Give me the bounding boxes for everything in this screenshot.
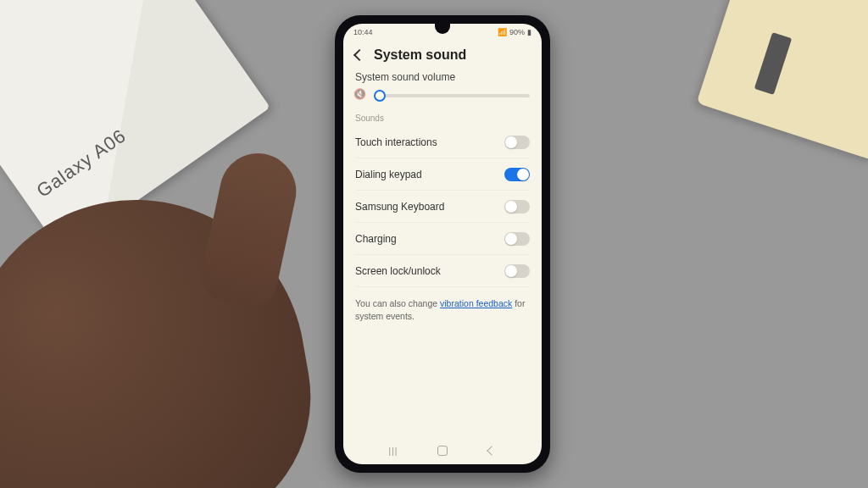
row-dialing-keypad[interactable]: Dialing keypad [355, 158, 530, 191]
phone-frame: 10:44 📶 90% ▮ System sound System sound … [335, 15, 550, 473]
row-label: Touch interactions [355, 136, 437, 148]
vibration-feedback-link[interactable]: vibration feedback [440, 298, 512, 308]
finger [197, 147, 303, 312]
volume-slider-thumb[interactable] [374, 90, 386, 102]
status-time: 10:44 [353, 28, 373, 36]
wood-block [697, 0, 868, 161]
phone-screen: 10:44 📶 90% ▮ System sound System sound … [343, 24, 542, 464]
battery-label: 90% [509, 28, 525, 36]
row-screen-lock[interactable]: Screen lock/unlock [355, 255, 530, 287]
toggle-screen-lock[interactable] [504, 264, 530, 278]
row-label: Dialing keypad [355, 169, 422, 180]
toggle-samsung-keyboard[interactable] [504, 200, 530, 214]
row-label: Screen lock/unlock [355, 265, 441, 277]
row-label: Charging [355, 233, 397, 245]
battery-icon: ▮ [527, 28, 531, 36]
volume-slider[interactable] [374, 94, 530, 97]
toggle-touch-interactions[interactable] [504, 136, 530, 149]
signal-icon: 📶 [498, 28, 507, 36]
nav-recent-icon[interactable] [387, 445, 399, 457]
toggle-charging[interactable] [504, 232, 530, 246]
nav-home-icon[interactable] [437, 445, 448, 457]
row-touch-interactions[interactable]: Touch interactions [355, 126, 530, 158]
vibration-hint: You can also change vibration feedback f… [355, 297, 530, 322]
volume-label: System sound volume [355, 71, 530, 83]
mute-icon [355, 90, 367, 102]
nav-bar [343, 437, 542, 464]
toggle-dialing-keypad[interactable] [504, 168, 530, 181]
sounds-group-header: Sounds [355, 114, 530, 123]
nav-back-icon[interactable] [486, 445, 498, 457]
row-charging[interactable]: Charging [355, 223, 530, 255]
page-header: System sound [343, 41, 542, 71]
back-icon[interactable] [353, 49, 365, 61]
page-title: System sound [374, 47, 466, 63]
row-samsung-keyboard[interactable]: Samsung Keyboard [355, 191, 530, 223]
row-label: Samsung Keyboard [355, 201, 444, 213]
hint-prefix: You can also change [355, 298, 440, 308]
